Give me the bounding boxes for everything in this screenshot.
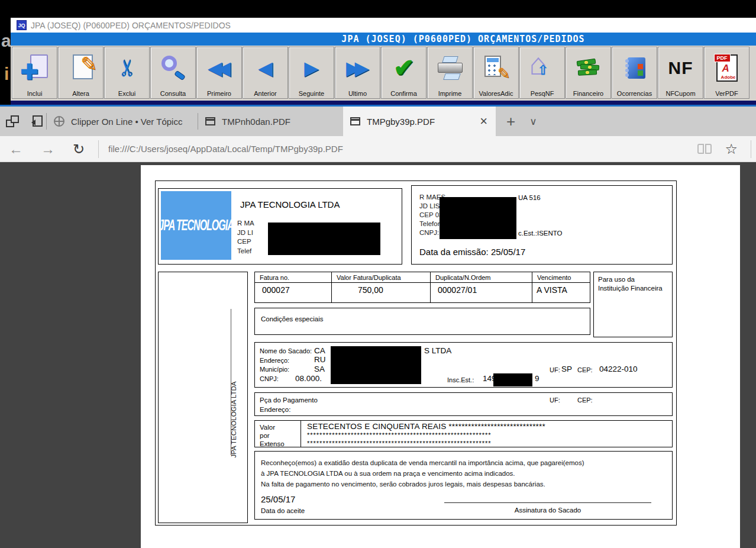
fatura-value: 000027 [262,285,290,295]
sacado-name-fragment: S LTDA [424,346,451,355]
desktop-stray-letter: i [4,64,9,84]
valor-column: Valor Fatura/Duplicata 750,00 [332,272,431,302]
company-name: JPA TECNOLOGIA LTDA [240,199,340,209]
insc-est-fragment: 9 [535,374,539,383]
imprime-label: Imprime [438,90,462,97]
tab-label: Clipper On Line • Ver Tópicc [71,117,190,127]
previous-arrow-icon: ◀ [243,50,287,86]
tab-list-chevron-icon[interactable]: ∨ [524,107,542,136]
refresh-icon[interactable]: ↻ [64,141,93,157]
nfcupom-button[interactable]: NF NFCupom [658,47,703,99]
first-arrows-icon: ◀◀ [197,50,241,86]
address-bar[interactable]: file:///C:/Users/joseq/AppData/Local/Tem… [108,144,697,154]
anterior-label: Anterior [254,90,277,97]
vertical-company-label: JPA TECNOLOGIA LTDA [230,381,237,458]
printer-icon [428,50,472,86]
calculator-pencil-icon: ✎ [474,50,518,86]
magnifier-icon [151,50,195,86]
exclui-button[interactable]: ✂ Exclui [104,47,150,99]
pesqnf-button[interactable]: ⌂⇧ PesqNF [519,47,565,99]
tab-tmpnh0dan-pdf[interactable]: TMPnh0dan.PDF [198,107,343,136]
tab-label: TMPnh0dan.PDF [222,117,336,127]
money-icon [566,50,610,86]
valoresadic-button[interactable]: ✎ ValoresAdic [473,47,519,99]
inclui-button[interactable]: ✚ Inclui [12,47,57,99]
ocorrencias-button[interactable]: Ocorrencias [612,47,657,99]
consulta-label: Consulta [160,90,186,97]
verpdf-button[interactable]: PDFAAdobe VerPDF [704,47,749,99]
favorites-star-icon[interactable]: ☆ [725,141,738,157]
primeiro-label: Primeiro [207,90,231,97]
exclui-label: Exclui [118,90,135,97]
financeiro-button[interactable]: Financeiro [566,47,611,99]
acceptance-box: Reconheço(emos) a exatidão desta duplica… [254,451,673,520]
special-conditions-box: Condições especiais [254,308,590,335]
redaction-box [268,223,380,255]
ultimo-label: Ultimo [348,90,367,97]
imprime-button[interactable]: Imprime [427,47,473,99]
binder-icon [612,50,657,86]
app-banner-title: JPA (JOSEQ) (P0600PED) ORÇAMENTOS/PEDIDO… [341,34,584,44]
set-tabs-aside-icon[interactable] [28,115,43,127]
pdf-viewer-background: JPA TECNOLOGIA JPA TECNOLOGIA LTDA R MA … [0,162,756,548]
anterior-button[interactable]: ◀ Anterior [243,47,288,99]
app-titlebar[interactable]: JQ JPA (JOSEQ) (P0600PED) ORÇAMENTOS/PED… [11,18,756,33]
close-tab-icon[interactable]: × [479,115,489,128]
home-arrow-icon: ⌂⇧ [520,50,564,86]
nf-text-icon: NF [658,50,703,86]
reading-view-icon[interactable] [697,144,712,154]
amount-words-box: Valor por Extenso SETECENTOS E CINQUENTA… [254,420,673,447]
app-banner: JPA (JOSEQ) (P0600PED) ORÇAMENTOS/PEDIDO… [11,33,756,46]
financeiro-label: Financeiro [573,90,603,97]
cep-value: 04222-010 [599,365,638,373]
acceptance-text: Reconheço(emos) a exatidão desta duplica… [261,457,584,489]
uf-label: UF: [550,366,560,373]
special-conditions-label: Condições especiais [261,315,323,323]
accept-date: 25/05/17 [261,494,295,504]
forward-icon[interactable]: → [32,141,64,157]
left-margin-box: JPA TECNOLOGIA LTDA [158,272,248,523]
altera-button[interactable]: ✎ Altera [58,47,104,99]
inclui-label: Inclui [27,90,43,97]
screen: a i JQ JPA (JOSEQ) (P0600PED) ORÇAMENTOS… [0,0,756,548]
app-icon: JQ [17,20,27,30]
ultimo-button[interactable]: ▶▶ Ultimo [335,47,380,99]
pesqnf-label: PesqNF [531,90,554,97]
company-address-fragments: R MA JD LI CEP Telef [237,219,254,256]
nfcupom-label: NFCupom [665,90,695,97]
duplicata-value: 000027/01 [438,285,477,295]
pdf-page: JPA TECNOLOGIA JPA TECNOLOGIA LTDA R MA … [141,165,740,548]
desktop-stray-letter: a [1,31,11,51]
tab-label: TMPgby39p.PDF [367,117,479,127]
redaction-box [440,197,516,239]
primeiro-button[interactable]: ◀◀ Primeiro [196,47,242,99]
cep-label: CEP: [577,366,593,373]
bank-use-label: Para uso da Instituição Financeira [598,275,663,293]
sacado-address-fragment: RU [314,355,326,364]
globe-icon [54,116,64,127]
company-header-box: JPA TECNOLOGIA JPA TECNOLOGIA LTDA R MA … [158,188,402,265]
tab-previews-icon[interactable] [6,115,19,127]
verpdf-label: VerPDF [715,90,738,97]
redaction-box [493,373,532,386]
confirma-button[interactable]: ✔ Confirma [381,47,427,99]
amount-words-label: Valor por Extenso [255,421,301,447]
payment-place-label: Pça do Pagamento [260,397,318,404]
invoice-table: Fatura no. 000027 Valor Fatura/Duplicata… [254,272,590,303]
scissors-icon: ✂ [105,50,149,86]
new-tab-button[interactable]: + [496,107,524,136]
amount-words-value: SETECENTOS E CINQUENTA REAIS ***********… [307,422,545,447]
sacado-name-fragment: CA [314,346,325,355]
tab-clipper-online[interactable]: Clipper On Line • Ver Tópicc [47,107,198,136]
fatura-column: Fatura no. 000027 [255,272,332,302]
confirma-label: Confirma [390,90,417,97]
browser-tabbar: Clipper On Line • Ver Tópicc TMPnh0dan.P… [0,107,756,136]
back-icon[interactable]: ← [0,141,32,157]
seguinte-button[interactable]: ▶ Seguinte [289,47,334,99]
consulta-button[interactable]: Consulta [150,47,196,99]
browser-navbar: ← → ↻ file:///C:/Users/joseq/AppData/Loc… [0,136,756,162]
valoresadic-label: ValoresAdic [479,90,513,97]
tab-tmpgby39p-pdf-active[interactable]: TMPgby39p.PDF × [343,107,496,136]
adobe-pdf-icon: PDFAAdobe [705,50,749,86]
vencimento-column: Vencimento A VISTA [532,272,591,302]
